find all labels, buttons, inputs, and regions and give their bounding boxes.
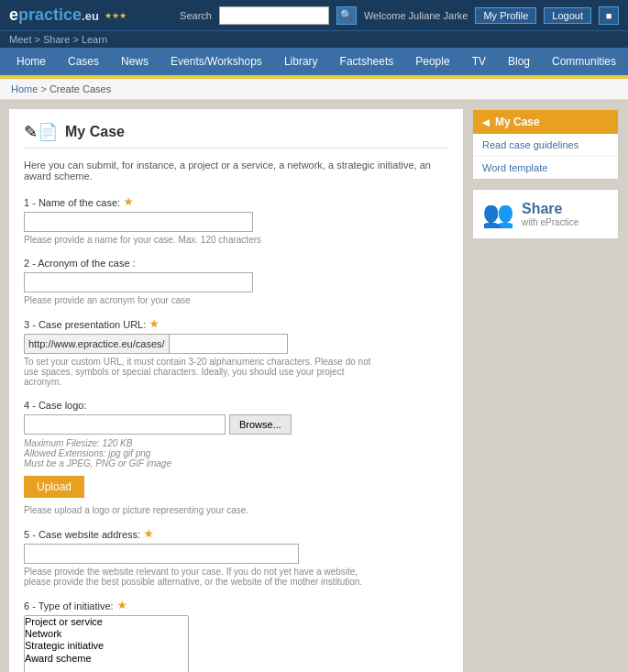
- share-title: Share: [522, 201, 578, 217]
- upload-button[interactable]: Upload: [24, 476, 84, 498]
- field1-label-text: 1 - Name of the case:: [24, 197, 120, 208]
- field5-row: 5 - Case website address: ★ Please provi…: [24, 528, 448, 587]
- right-sidebar: ◀ My Case Read case guidelines Word temp…: [472, 109, 619, 672]
- field1-row: 1 - Name of the case: ★ Please provide a…: [24, 196, 448, 245]
- field3-hint: To set your custom URL, it must contain …: [24, 357, 372, 387]
- field3-required: ★: [149, 318, 159, 330]
- page: { "topbar": { "logo_text": "epractice", …: [0, 0, 628, 672]
- nav-cases[interactable]: Cases: [57, 48, 110, 75]
- field4-row: 4 - Case logo: Browse... Maximum Filesiz…: [24, 400, 448, 515]
- field4-file-input[interactable]: [24, 414, 226, 435]
- nav-factsheets[interactable]: Factsheets: [329, 48, 405, 75]
- read-guidelines-link[interactable]: Read case guidelines: [473, 134, 618, 157]
- page-title: My Case: [65, 124, 125, 140]
- field2-label: 2 - Acronym of the case :: [24, 258, 448, 269]
- field3-url-input[interactable]: [169, 334, 288, 354]
- share-subtitle: with ePractice: [522, 217, 578, 227]
- field3-row: 3 - Case presentation URL: ★ http://www.…: [24, 318, 448, 387]
- field5-label: 5 - Case website address: ★: [24, 528, 448, 540]
- field4-extensions: Allowed Extensions: jpg gif png: [24, 448, 448, 458]
- nav-library[interactable]: Library: [273, 48, 329, 75]
- option-network[interactable]: Network: [25, 628, 188, 640]
- field6-label-text: 6 - Type of initiative:: [24, 600, 114, 611]
- field6-required: ★: [117, 600, 127, 611]
- nav-home[interactable]: Home: [6, 48, 57, 75]
- field5-required: ★: [144, 528, 153, 540]
- field1-input[interactable]: [24, 212, 253, 232]
- field4-label-text: 4 - Case logo:: [24, 400, 86, 411]
- breadcrumb-current: Create Cases: [50, 83, 111, 94]
- search-button[interactable]: 🔍: [336, 6, 357, 25]
- search-input[interactable]: [219, 6, 329, 25]
- top-bar: epractice.eu ★★★ Search 🔍 Welcome Julian…: [0, 0, 628, 30]
- browse-button[interactable]: Browse...: [229, 414, 292, 435]
- field6-row: 6 - Type of initiative: ★ Project or ser…: [24, 600, 448, 672]
- breadcrumb-separator: >: [40, 83, 49, 94]
- tagline: Meet > Share > Learn: [0, 30, 628, 48]
- field2-label-text: 2 - Acronym of the case :: [24, 258, 136, 269]
- option-award-scheme[interactable]: Award scheme: [25, 653, 188, 665]
- main-container: ✎📄 My Case Here you can submit, for inst…: [0, 100, 628, 672]
- my-case-header: ◀ My Case: [473, 110, 618, 134]
- logo-area: epractice.eu ★★★: [9, 6, 127, 25]
- field2-hint: Please provide an acronym for your case: [24, 295, 448, 305]
- field2-input[interactable]: [24, 272, 253, 292]
- nav-tv[interactable]: TV: [461, 48, 497, 75]
- nav-people[interactable]: People: [404, 48, 460, 75]
- my-case-arrow-icon: ◀: [482, 117, 490, 127]
- field4-hint: Please upload a logo or picture represen…: [24, 505, 448, 515]
- nav-communities[interactable]: Communities: [541, 48, 627, 75]
- field4-label: 4 - Case logo:: [24, 400, 448, 411]
- page-title-icon: ✎📄: [24, 122, 58, 142]
- field4-max-size: Maximum Filesize: 120 KB: [24, 438, 448, 448]
- option-strategic-initiative[interactable]: Strategic initiative: [25, 640, 188, 652]
- field3-label-text: 3 - Case presentation URL:: [24, 319, 146, 330]
- share-icon: 👥: [482, 199, 514, 229]
- settings-icon-button[interactable]: ■: [599, 6, 619, 25]
- field5-input[interactable]: [24, 544, 299, 564]
- share-info: Share with ePractice: [522, 201, 578, 227]
- left-content: ✎📄 My Case Here you can submit, for inst…: [9, 109, 463, 672]
- field3-label: 3 - Case presentation URL: ★: [24, 318, 448, 330]
- intro-text: Here you can submit, for instance, a pro…: [24, 160, 448, 182]
- logo-stars: ★★★: [105, 11, 127, 20]
- breadcrumb-home[interactable]: Home: [11, 83, 38, 94]
- url-prefix: http://www.epractice.eu/cases/: [24, 334, 169, 354]
- field1-label: 1 - Name of the case: ★: [24, 196, 448, 208]
- field5-label-text: 5 - Case website address:: [24, 529, 140, 540]
- field6-label: 6 - Type of initiative: ★: [24, 600, 448, 611]
- nav-events-workshops[interactable]: Events/Workshops: [160, 48, 273, 75]
- breadcrumb: Home > Create Cases: [0, 79, 628, 100]
- nav-bar: Home Cases News Events/Workshops Library…: [0, 48, 628, 75]
- my-profile-button[interactable]: My Profile: [475, 7, 536, 24]
- logout-button[interactable]: Logout: [544, 7, 591, 24]
- field1-required: ★: [124, 196, 133, 208]
- nav-blog[interactable]: Blog: [497, 48, 541, 75]
- welcome-text: Welcome Juliane Jarke: [364, 10, 468, 21]
- field6-select[interactable]: Project or service Network Strategic ini…: [24, 615, 189, 672]
- field4-must-be: Must be a JPEG, PNG or GIF image: [24, 458, 448, 468]
- logo-text: epractice.eu: [9, 6, 99, 25]
- field1-hint: Please provide a name for your case. Max…: [24, 235, 448, 245]
- nav-news[interactable]: News: [110, 48, 160, 75]
- my-case-title: My Case: [495, 116, 540, 128]
- field2-row: 2 - Acronym of the case : Please provide…: [24, 258, 448, 305]
- field5-hint: Please provide the website relevant to y…: [24, 567, 372, 587]
- full-page: epractice.eu ★★★ Search 🔍 Welcome Julian…: [0, 0, 628, 672]
- search-label: Search: [180, 10, 212, 21]
- option-project-service[interactable]: Project or service: [25, 616, 188, 628]
- word-template-link[interactable]: Word template: [473, 157, 618, 179]
- page-title-area: ✎📄 My Case: [24, 122, 448, 149]
- my-case-panel: ◀ My Case Read case guidelines Word temp…: [472, 109, 619, 180]
- share-panel: 👥 Share with ePractice: [472, 189, 619, 239]
